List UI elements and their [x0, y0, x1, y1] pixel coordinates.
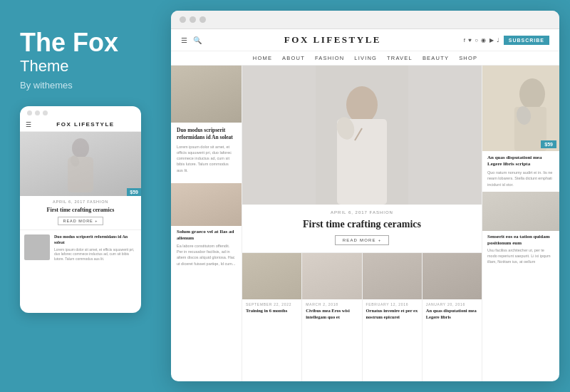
bottom-thumb-img-4: [423, 253, 482, 299]
center-bottom-row: SEPTEMBER 22, 2022 Training in 6 months …: [242, 252, 482, 381]
bottom-post-3: FEBRUARY 12, 2016 Ornatus invenire et pe…: [363, 253, 423, 381]
right-post-1-body: Quo natum nonumy audirt ei in. Iis ne ne…: [482, 170, 559, 187]
subscribe-button[interactable]: SUBSCRIBE: [504, 36, 549, 45]
mini-content: Duo modus scripserit reformidans id An s…: [54, 234, 137, 261]
center-column: APRIL 6, 2017 FASHION First time craftin…: [242, 66, 482, 381]
left-col-post-1: Duo modus scripserit reformidans id An s…: [171, 123, 242, 177]
mobile-site-title: FOX LIFESTYLE: [36, 121, 135, 128]
hero-person-svg: [316, 66, 408, 205]
center-read-more[interactable]: READ MORE +: [335, 235, 390, 245]
left-column: Duo modus scripserit reformidans id An s…: [171, 66, 242, 381]
left-col-image-2: [171, 183, 242, 226]
mobile-dot-3: [43, 110, 48, 115]
nav-travel[interactable]: TRAVEL: [387, 55, 413, 61]
bottom-meta-1: SEPTEMBER 22, 2022: [242, 299, 301, 307]
header-left: ☰ 🔍: [181, 36, 202, 44]
mobile-header: ☰ FOX LIFESTYLE: [20, 118, 141, 132]
mobile-mockup: ☰ FOX LIFESTYLE $59 APRIL 6, 2017 FASHIO…: [20, 106, 141, 313]
mini-post-body: Lorem ipsum dolor sit amet, et efficis s…: [54, 247, 137, 262]
mini-thumb-1: [24, 234, 50, 260]
right-column: $59 An quas disputationi mea Legere libr…: [482, 66, 559, 381]
center-hero-meta: APRIL 6, 2017 FASHION: [242, 205, 482, 216]
nav-about[interactable]: ABOUT: [282, 55, 305, 61]
center-post-title: First time crafting ceramics: [242, 216, 482, 235]
bottom-title-3: Ornatus invenire et per ex nostrum epicu…: [363, 307, 422, 321]
site-header: ☰ 🔍 FOX LIFESTYLE f ♥ ○ ◉ ▶ ♩ SUBSCRIBE: [171, 29, 559, 51]
bottom-thumb-img-3: [363, 253, 422, 299]
right-mini-image: [482, 192, 559, 231]
svg-point-0: [72, 138, 89, 158]
hero-person: [242, 66, 482, 205]
svg-point-4: [346, 86, 378, 123]
mobile-hero-image: [20, 132, 141, 196]
desktop-dot-1: [180, 16, 186, 23]
bottom-thumb-img-2: [302, 253, 361, 299]
theme-title: The Fox Theme: [20, 29, 147, 80]
bottom-title-4: An quas disputationi mea Legere libris: [423, 307, 482, 321]
mobile-dot-1: [27, 110, 32, 115]
mobile-hero: $59: [20, 132, 141, 196]
mobile-read-more[interactable]: READ MORE +: [58, 217, 103, 225]
right-price-badge: $59: [541, 140, 556, 148]
bottom-post-4: JANUARY 20, 2016 An quas disputationi me…: [423, 253, 482, 381]
title-line1: The Fox: [20, 29, 147, 57]
right-post-1-title: An quas disputationi mea Legere libris s…: [482, 151, 559, 170]
mobile-price-badge: $59: [127, 188, 141, 196]
by-line: By withemes: [20, 80, 147, 91]
hamburger-icon[interactable]: ☰: [181, 36, 187, 44]
search-icon[interactable]: 🔍: [193, 36, 202, 44]
desktop-dot-3: [200, 16, 206, 23]
bottom-meta-4: JANUARY 20, 2016: [423, 299, 482, 307]
header-right: f ♥ ○ ◉ ▶ ♩ SUBSCRIBE: [464, 36, 549, 45]
nav-home[interactable]: HOME: [253, 55, 272, 61]
person-illustration: [59, 135, 102, 192]
desktop-top-bar: [171, 11, 559, 29]
mobile-top-bar: [20, 106, 141, 118]
mobile-post-title: First time crafting ceramics: [20, 205, 141, 217]
bottom-thumb-img-1: [242, 253, 301, 299]
bottom-meta-2: MARCH 2, 2018: [302, 299, 361, 307]
bottom-meta-3: FEBRUARY 12, 2016: [363, 299, 422, 307]
right-post-2-body: Usu faciliss architecher ut, per te modo…: [482, 248, 559, 264]
bottom-post-1: SEPTEMBER 22, 2022 Training in 6 months: [242, 253, 302, 381]
hamburger-icon: ☰: [26, 121, 31, 128]
bottom-post-2: MARCH 2, 2018 Civibus mea Eros wisi inte…: [302, 253, 362, 381]
left-post-1-body: Lorem ipsum dolor sit amet, et officis s…: [177, 144, 236, 173]
mobile-dot-2: [35, 110, 40, 115]
nav-living[interactable]: LIVING: [354, 55, 377, 61]
left-post-2-body: Ea labore constitutom offendit. Per in r…: [171, 243, 242, 267]
left-post-1-title: Duo modus scripserit reformidans id An s…: [177, 127, 236, 141]
bottom-title-1: Training in 6 months: [242, 307, 301, 314]
right-hero-image: $59: [482, 66, 559, 151]
title-line2: Theme: [20, 57, 147, 76]
left-col-image-1: [171, 66, 242, 123]
nav-fashion[interactable]: FASHION: [315, 55, 344, 61]
left-post-2-title: Solum graeco vel at Ilas ad alienum: [171, 226, 242, 243]
site-content: Duo modus scripserit reformidans id An s…: [171, 66, 559, 381]
mobile-hero-meta: APRIL 6, 2017 FASHION: [20, 196, 141, 205]
mobile-mini-posts: Duo modus scripserit reformidans id An s…: [20, 229, 141, 265]
desktop-mockup: ☰ 🔍 FOX LIFESTYLE f ♥ ○ ◉ ▶ ♩ SUBSCRIBE …: [171, 11, 559, 381]
mini-post-title: Duo modus scripserit reformidans id An s…: [54, 234, 137, 246]
center-hero-image: [242, 66, 482, 205]
left-panel: The Fox Theme By withemes ☰ FOX LIFESTYL…: [0, 0, 164, 392]
nav-shop[interactable]: SHOP: [459, 55, 477, 61]
site-nav: HOME ABOUT FASHION LIVING TRAVEL BEAUTY …: [171, 51, 559, 66]
right-hero-svg: [482, 66, 559, 151]
nav-beauty[interactable]: BEAUTY: [423, 55, 449, 61]
bottom-title-2: Civibus mea Eros wisi intellegam quo et: [302, 307, 361, 321]
right-post-2-title: Senserit eos ea tation quidam positionum…: [482, 231, 559, 248]
svg-point-9: [519, 78, 545, 110]
desktop-dot-2: [190, 16, 196, 23]
site-title: FOX LIFESTYLE: [202, 34, 464, 46]
social-icons[interactable]: f ♥ ○ ◉ ▶ ♩: [464, 37, 500, 43]
